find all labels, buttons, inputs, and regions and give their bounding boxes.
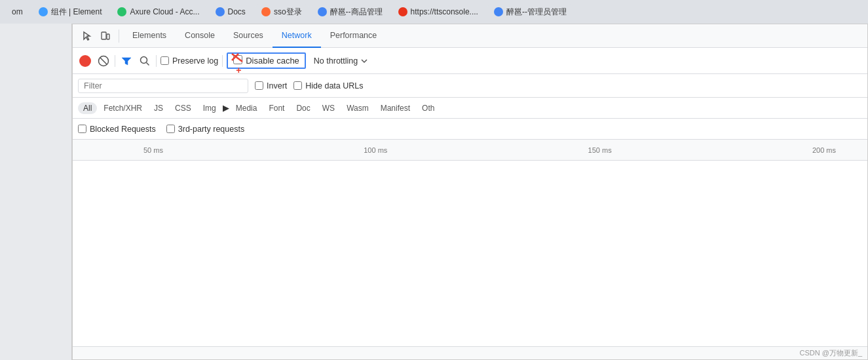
tab-admin-favicon bbox=[494, 7, 503, 16]
devtools-tab-bar: Elements Console Sources Network Perform… bbox=[73, 24, 867, 48]
devtools-panel: Elements Console Sources Network Perform… bbox=[72, 24, 868, 360]
tab-divider-1 bbox=[119, 30, 119, 43]
blocked-requests-label[interactable]: Blocked Requests bbox=[78, 125, 156, 134]
timeline-ruler: 50 ms 100 ms 150 ms 200 ms bbox=[73, 140, 867, 161]
tab-element[interactable]: 组件 | Element bbox=[32, 4, 109, 20]
invert-label[interactable]: Invert bbox=[255, 81, 287, 90]
toolbar-divider-2 bbox=[156, 55, 157, 67]
filter-button[interactable] bbox=[119, 54, 134, 68]
filter-input[interactable] bbox=[78, 79, 248, 93]
svg-line-3 bbox=[100, 58, 107, 64]
left-panel-stub bbox=[0, 24, 72, 360]
disable-cache-checkbox[interactable] bbox=[233, 55, 242, 64]
filter-row: Invert Hide data URLs bbox=[73, 74, 867, 98]
inspect-cursor-icon bbox=[82, 31, 92, 41]
type-tab-ws[interactable]: WS bbox=[317, 102, 340, 114]
type-tab-all[interactable]: All bbox=[78, 102, 97, 114]
disable-cache-box: Disable cache + bbox=[227, 52, 306, 69]
svg-point-4 bbox=[141, 56, 147, 63]
no-throttling-dropdown[interactable]: No throttling bbox=[310, 55, 372, 67]
tab-elements[interactable]: Elements bbox=[123, 24, 176, 48]
tab-performance[interactable]: Performance bbox=[321, 24, 387, 48]
chevron-down-icon bbox=[360, 57, 368, 65]
ruler-mark-200ms: 200 ms bbox=[812, 146, 836, 154]
hide-data-urls-label[interactable]: Hide data URLs bbox=[293, 81, 363, 90]
tab-admin-label: 醉邕--管理员管理 bbox=[506, 7, 567, 18]
record-circle-icon bbox=[79, 55, 91, 67]
arrow-cursor-icon: ▶ bbox=[223, 103, 229, 113]
tab-sso-favicon bbox=[261, 7, 271, 16]
search-button[interactable] bbox=[138, 54, 152, 68]
tab-docs-label: Docs bbox=[228, 7, 246, 16]
tab-element-label: 组件 | Element bbox=[51, 7, 102, 18]
toolbar-divider-3 bbox=[222, 55, 223, 67]
svg-rect-1 bbox=[107, 34, 109, 39]
bottom-bar: CSDN @万物更新_ bbox=[73, 346, 867, 359]
type-tab-doc[interactable]: Doc bbox=[291, 102, 315, 114]
third-party-label[interactable]: 3rd-party requests bbox=[166, 125, 244, 134]
third-party-checkbox[interactable] bbox=[166, 125, 175, 133]
tab-product[interactable]: 醉邕--商品管理 bbox=[311, 4, 389, 20]
tab-ttsconsole-favicon bbox=[398, 7, 407, 16]
search-icon bbox=[140, 56, 150, 66]
annotation-plus-icon: + bbox=[236, 65, 241, 75]
type-tab-font[interactable]: Font bbox=[263, 102, 290, 114]
ruler-mark-50ms: 50 ms bbox=[143, 146, 163, 154]
invert-checkbox[interactable] bbox=[255, 81, 263, 90]
watermark-text: CSDN @万物更新_ bbox=[799, 348, 862, 358]
network-content-area bbox=[73, 161, 867, 346]
tab-ttsconsole-label: https://ttsconsole.... bbox=[411, 7, 478, 16]
tab-admin[interactable]: 醉邕--管理员管理 bbox=[487, 4, 573, 20]
preserve-log-checkbox[interactable] bbox=[160, 56, 169, 65]
tab-element-favicon bbox=[39, 7, 48, 16]
tab-sso-label: sso登录 bbox=[274, 7, 302, 18]
disable-cache-text: Disable cache bbox=[246, 56, 299, 66]
type-tab-other[interactable]: Oth bbox=[417, 102, 440, 114]
type-tab-js[interactable]: JS bbox=[149, 102, 168, 114]
cursor-icon-btn[interactable] bbox=[78, 27, 96, 45]
tab-om[interactable]: om bbox=[5, 5, 29, 19]
tab-product-label: 醉邕--商品管理 bbox=[330, 7, 383, 18]
network-toolbar: Preserve log Disable cache bbox=[73, 48, 867, 74]
tab-axure[interactable]: Axure Cloud - Acc... bbox=[111, 5, 206, 19]
ruler-marks-container: 50 ms 100 ms 150 ms 200 ms bbox=[78, 146, 862, 154]
tab-product-favicon bbox=[318, 7, 327, 16]
tab-docs-favicon bbox=[216, 7, 225, 16]
preserve-log-label[interactable]: Preserve log bbox=[160, 56, 218, 66]
tab-console[interactable]: Console bbox=[176, 24, 224, 48]
type-filter-bar: All Fetch/XHR JS CSS Img ▶ Media Font bbox=[73, 98, 867, 119]
svg-line-5 bbox=[147, 62, 149, 65]
tab-om-label: om bbox=[12, 7, 23, 16]
record-button[interactable] bbox=[78, 54, 92, 68]
toolbar-divider-1 bbox=[115, 55, 115, 67]
tab-axure-label: Axure Cloud - Acc... bbox=[130, 7, 199, 16]
tab-docs[interactable]: Docs bbox=[209, 5, 252, 19]
type-tab-manifest[interactable]: Manifest bbox=[375, 102, 415, 114]
browser-tab-bar: om 组件 | Element Axure Cloud - Acc... Doc… bbox=[0, 0, 868, 24]
ruler-mark-100ms: 100 ms bbox=[364, 146, 387, 154]
hide-data-urls-checkbox[interactable] bbox=[293, 81, 302, 90]
svg-rect-0 bbox=[102, 32, 106, 39]
device-icon-btn[interactable] bbox=[96, 27, 115, 45]
device-toolbar-icon bbox=[100, 31, 111, 41]
type-tab-fetch-xhr[interactable]: Fetch/XHR bbox=[98, 102, 147, 114]
tab-sso[interactable]: sso登录 bbox=[255, 4, 309, 20]
tab-sources[interactable]: Sources bbox=[224, 24, 273, 48]
type-tab-css[interactable]: CSS bbox=[170, 102, 197, 114]
type-tab-wasm[interactable]: Wasm bbox=[341, 102, 374, 114]
ruler-mark-150ms: 150 ms bbox=[588, 146, 612, 154]
filter-funnel-icon bbox=[121, 56, 132, 66]
browser-window: om 组件 | Element Axure Cloud - Acc... Doc… bbox=[0, 0, 868, 360]
tab-axure-favicon bbox=[117, 7, 126, 16]
blocked-row: Blocked Requests 3rd-party requests bbox=[73, 119, 867, 140]
stop-button[interactable] bbox=[96, 54, 111, 68]
type-tab-img[interactable]: Img bbox=[198, 102, 221, 114]
blocked-requests-checkbox[interactable] bbox=[78, 125, 86, 133]
tab-network[interactable]: Network bbox=[273, 24, 321, 48]
type-tab-media[interactable]: Media bbox=[231, 102, 263, 114]
tab-ttsconsole[interactable]: https://ttsconsole.... bbox=[392, 5, 485, 19]
stop-circle-icon bbox=[98, 55, 109, 67]
